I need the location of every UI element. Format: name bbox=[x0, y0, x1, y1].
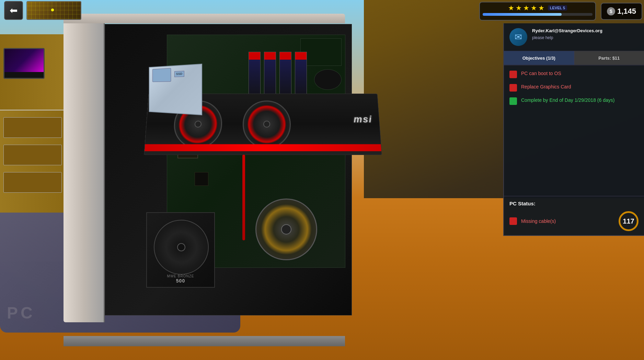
email-icon: ✉ bbox=[515, 32, 522, 43]
tab-bar: Objectives (1/3) Parts: $11 bbox=[504, 51, 644, 65]
back-icon: ⬅ bbox=[10, 5, 18, 16]
tab-objectives-label: Objectives (1/3) bbox=[522, 56, 555, 61]
gpu-red-stripe bbox=[145, 144, 381, 152]
level-badge: LEVEL 5 bbox=[548, 5, 567, 11]
score-circle: 117 bbox=[619, 211, 639, 231]
star-3: ★ bbox=[523, 4, 529, 12]
money-amount: 1,145 bbox=[617, 7, 636, 16]
email-from: Ryder.Karl@StrangerDevices.org bbox=[532, 28, 639, 34]
pc-case-container: SSD bbox=[64, 14, 362, 346]
star-2: ★ bbox=[516, 4, 522, 12]
level-number: 5 bbox=[563, 6, 565, 10]
monitor-screen bbox=[4, 49, 44, 72]
psu-label: MWE BRONZE 500 bbox=[147, 274, 214, 284]
tab-parts[interactable]: Parts: $11 bbox=[574, 51, 644, 65]
tab-objectives[interactable]: Objectives (1/3) bbox=[504, 51, 574, 65]
score-value: 117 bbox=[623, 217, 634, 225]
status-indicator-cables bbox=[509, 217, 517, 225]
minimap-player bbox=[51, 9, 54, 11]
objective-status-1 bbox=[509, 71, 517, 78]
objective-text-2: Replace Graphics Card bbox=[521, 84, 571, 91]
desk-area bbox=[0, 34, 72, 206]
email-subject: please help bbox=[532, 35, 639, 40]
gpu-logo: msi bbox=[353, 114, 372, 125]
minimap-grid bbox=[27, 2, 81, 19]
status-text-cables: Missing cable(s) bbox=[521, 218, 614, 224]
xp-bar bbox=[483, 13, 593, 16]
objectives-list: PC can boot to OS Replace Graphics Card … bbox=[504, 65, 644, 196]
star-5-half: ★ bbox=[538, 4, 544, 12]
gpu-fan-right bbox=[242, 100, 291, 148]
pc-status-section: PC Status: Missing cable(s) 117 bbox=[504, 196, 644, 235]
objective-text-1: PC can boot to OS bbox=[521, 70, 561, 77]
objective-item-3: Complete by End of Day 1/29/2018 (6 days… bbox=[509, 97, 639, 105]
desk-monitor bbox=[3, 48, 45, 79]
objective-item-1: PC can boot to OS bbox=[509, 70, 639, 78]
psu-fan bbox=[154, 220, 209, 275]
right-panel: ✉ Ryder.Karl@StrangerDevices.org please … bbox=[503, 23, 644, 236]
money-display: $ 1,145 bbox=[601, 3, 642, 20]
objective-status-2 bbox=[509, 84, 517, 92]
minimap bbox=[26, 1, 81, 20]
back-button[interactable]: ⬅ bbox=[4, 1, 23, 20]
star-4: ★ bbox=[531, 4, 537, 12]
pc-status-row: Missing cable(s) 117 bbox=[509, 211, 639, 231]
pc-status-title: PC Status: bbox=[509, 201, 639, 206]
xp-fill bbox=[483, 13, 562, 16]
objective-status-3 bbox=[509, 97, 517, 105]
ssd-drive: SSD bbox=[149, 64, 202, 115]
currency-icon: $ bbox=[607, 7, 615, 15]
cpu-cooler bbox=[255, 199, 317, 260]
pc-case: SSD bbox=[64, 14, 362, 346]
xp-bar-container: ★ ★ ★ ★ ★ LEVEL 5 bbox=[479, 2, 596, 21]
stars-row: ★ ★ ★ ★ ★ LEVEL 5 bbox=[508, 4, 567, 12]
objective-item-2: Replace Graphics Card bbox=[509, 84, 639, 92]
email-info: Ryder.Karl@StrangerDevices.org please he… bbox=[532, 28, 639, 40]
objective-text-3: Complete by End of Day 1/29/2018 (6 days… bbox=[521, 97, 614, 104]
star-1: ★ bbox=[508, 4, 514, 12]
email-avatar: ✉ bbox=[509, 28, 527, 46]
power-supply: MWE BRONZE 500 bbox=[146, 212, 215, 288]
email-header: ✉ Ryder.Karl@StrangerDevices.org please … bbox=[504, 23, 644, 51]
case-interior: SSD bbox=[105, 24, 352, 315]
tab-parts-label: Parts: $11 bbox=[598, 56, 620, 61]
power-cable-red bbox=[242, 155, 245, 240]
